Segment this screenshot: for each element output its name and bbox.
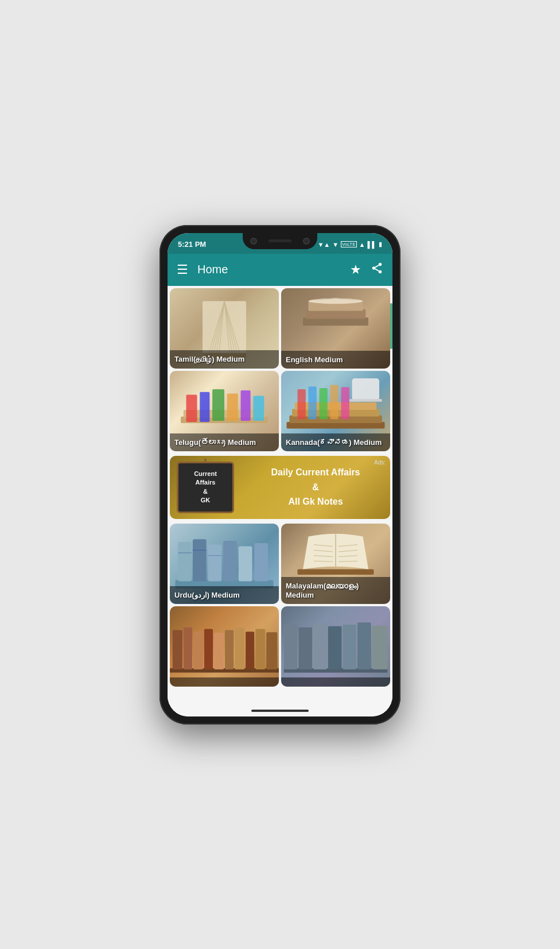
svg-rect-82 [357, 622, 371, 669]
phone-notch [243, 233, 317, 249]
malayalam-medium-card[interactable]: Malayalam(മലയാളം) Medium [281, 524, 390, 604]
status-time: 5:21 PM [178, 238, 206, 249]
tamil-medium-card[interactable]: Tamil(தமிழ்) Medium [170, 288, 279, 369]
signal-icon: ▼▲ [317, 241, 330, 248]
extra-label [281, 677, 390, 687]
svg-rect-66 [184, 627, 192, 669]
ad-label-text: Ads: [374, 459, 386, 466]
svg-rect-32 [241, 390, 251, 420]
ad-board-line1: Current [194, 470, 217, 478]
ad-banner[interactable]: Ads: Current Affairs & GK Daily Current … [170, 456, 390, 519]
telugu-label: Telugu(తెలుగు) Medium [170, 433, 279, 451]
svg-rect-44 [341, 387, 349, 419]
svg-rect-71 [235, 627, 244, 669]
tamil-label: Tamil(தமிழ்) Medium [170, 350, 279, 369]
ad-text-content: Daily Current Affairs & All Gk Notes [241, 459, 390, 515]
svg-rect-74 [266, 632, 277, 669]
svg-line-4 [375, 265, 379, 267]
wifi-icon: ▼ [332, 241, 339, 248]
menu-icon[interactable]: ☰ [177, 262, 188, 277]
svg-point-0 [379, 262, 382, 266]
svg-rect-47 [193, 539, 207, 581]
app-bar: ☰ Home ★ [168, 254, 392, 286]
svg-point-2 [379, 270, 382, 273]
svg-rect-34 [352, 378, 380, 400]
svg-rect-81 [343, 625, 356, 669]
ad-chalkboard: Current Affairs & GK [177, 462, 234, 513]
hindi-medium-card[interactable] [170, 606, 279, 687]
svg-rect-72 [246, 632, 254, 669]
scroll-indicator [390, 303, 392, 349]
hindi-label [170, 677, 279, 687]
ad-board-line3: & [203, 487, 208, 496]
svg-rect-51 [254, 543, 268, 581]
svg-rect-40 [298, 389, 306, 419]
svg-rect-67 [193, 631, 203, 669]
app-title: Home [197, 263, 350, 276]
svg-point-20 [309, 298, 363, 304]
signal-bars: ▌▌ [367, 241, 376, 248]
kannada-medium-card[interactable]: Kannada(ಕನ್ನಡ) Medium [281, 371, 390, 451]
svg-rect-41 [309, 386, 317, 419]
svg-rect-68 [204, 629, 213, 669]
media-grid-top: Tamil(தமிழ்) Medium [168, 286, 392, 454]
app-bar-actions: ★ [350, 262, 383, 278]
volte-icon: VoLTE [341, 241, 356, 247]
star-icon[interactable]: ★ [350, 262, 361, 277]
earpiece-speaker [269, 239, 291, 242]
svg-rect-55 [298, 569, 374, 575]
svg-rect-5 [203, 301, 246, 355]
battery-icon: ▮ [379, 241, 382, 248]
svg-rect-78 [298, 627, 312, 669]
urdu-label: Urdu(اردو) Medium [170, 586, 279, 604]
svg-rect-29 [200, 392, 209, 421]
svg-rect-49 [223, 541, 237, 581]
svg-rect-46 [178, 542, 192, 581]
svg-point-1 [372, 266, 376, 270]
kannada-label: Kannada(ಕನ್ನಡ) Medium [281, 433, 390, 451]
media-grid-bottom: Urdu(اردو) Medium [168, 521, 392, 689]
svg-rect-43 [330, 385, 339, 419]
urdu-medium-card[interactable]: Urdu(اردو) Medium [170, 524, 279, 604]
ad-text-line2: & [247, 480, 384, 495]
svg-rect-69 [214, 633, 224, 669]
svg-rect-30 [212, 389, 224, 421]
svg-rect-28 [186, 394, 197, 422]
svg-rect-80 [328, 626, 342, 669]
english-medium-card[interactable]: English Medium [281, 288, 390, 369]
svg-rect-65 [173, 630, 182, 669]
ad-text-line3: All Gk Notes [247, 494, 384, 509]
svg-rect-73 [255, 629, 265, 669]
svg-rect-83 [372, 625, 388, 669]
home-bar [251, 710, 309, 712]
svg-rect-48 [208, 544, 222, 581]
svg-line-3 [375, 269, 379, 271]
svg-rect-35 [349, 399, 382, 402]
home-indicator [168, 705, 392, 716]
svg-rect-76 [284, 625, 298, 669]
english-label: English Medium [281, 351, 390, 369]
front-camera-2 [303, 238, 310, 245]
svg-rect-70 [225, 630, 234, 669]
svg-rect-31 [227, 393, 238, 421]
data-icon: ▲ [359, 241, 365, 248]
svg-rect-33 [253, 396, 264, 421]
main-content[interactable]: Tamil(தமிழ்) Medium [168, 286, 392, 705]
extra-medium-card[interactable]: JUST PEACE [281, 606, 390, 687]
svg-rect-50 [239, 546, 252, 581]
ad-board-line2: Affairs [196, 478, 216, 487]
front-camera [250, 238, 257, 245]
telugu-medium-card[interactable]: Telugu(తెలుగు) Medium [170, 371, 279, 451]
phone-screen: 5:21 PM ▼▲ ▼ VoLTE ▲ ▌▌ ▮ ☰ Home ★ [168, 233, 392, 716]
status-icons: ▼▲ ▼ VoLTE ▲ ▌▌ ▮ [317, 238, 382, 248]
malayalam-label: Malayalam(മലയാളം) Medium [281, 577, 390, 604]
phone-device: 5:21 PM ▼▲ ▼ VoLTE ▲ ▌▌ ▮ ☰ Home ★ [160, 225, 400, 725]
ad-board-line4: GK [201, 496, 211, 505]
svg-rect-42 [320, 388, 328, 419]
svg-rect-79 [313, 623, 327, 669]
ad-text-line1: Daily Current Affairs [247, 465, 384, 480]
share-icon[interactable] [371, 262, 383, 278]
